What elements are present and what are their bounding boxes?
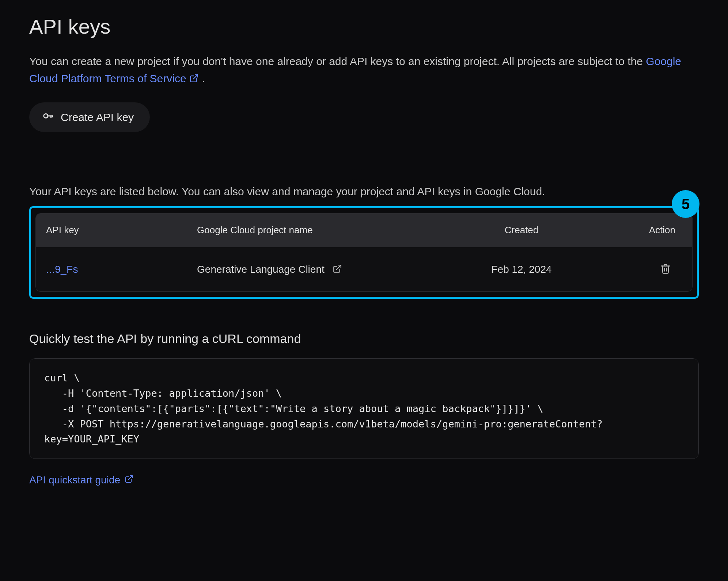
curl-test-heading: Quickly test the API by running a cURL c… — [29, 332, 699, 346]
external-link-icon — [125, 474, 133, 486]
delete-key-button[interactable] — [659, 262, 672, 277]
svg-line-5 — [337, 265, 341, 269]
curl-code-block[interactable]: curl \ -H 'Content-Type: application/jso… — [29, 358, 699, 459]
col-created: Created — [449, 214, 594, 247]
table-header-row: API key Google Cloud project name Create… — [36, 214, 692, 247]
key-icon — [42, 110, 54, 125]
col-project-name: Google Cloud project name — [187, 214, 449, 247]
api-keys-table: API key Google Cloud project name Create… — [35, 213, 693, 292]
intro-text-prefix: You can create a new project if you don'… — [29, 55, 646, 67]
create-api-key-label: Create API key — [61, 111, 134, 124]
page-title: API keys — [29, 15, 699, 38]
api-quickstart-text: API quickstart guide — [29, 474, 120, 486]
callout-step-badge: 5 — [672, 190, 699, 218]
trash-icon — [660, 270, 671, 275]
svg-line-6 — [128, 476, 132, 480]
create-api-key-button[interactable]: Create API key — [29, 102, 150, 132]
created-date: Feb 12, 2024 — [449, 247, 594, 291]
col-api-key: API key — [36, 214, 187, 247]
api-quickstart-link[interactable]: API quickstart guide — [29, 474, 133, 486]
external-link-icon — [333, 269, 342, 275]
intro-paragraph: You can create a new project if you don'… — [29, 53, 694, 87]
table-row: ...9_Fs Generative Language Client — [36, 247, 692, 291]
api-keys-table-highlight: API key Google Cloud project name Create… — [29, 206, 699, 299]
col-action: Action — [594, 214, 692, 247]
api-key-link[interactable]: ...9_Fs — [46, 264, 78, 275]
intro-text-suffix: . — [202, 72, 205, 84]
external-link-icon — [189, 73, 199, 83]
project-name-text: Generative Language Client — [197, 264, 325, 275]
api-keys-list-intro: Your API keys are listed below. You can … — [29, 183, 699, 200]
svg-point-1 — [44, 114, 48, 118]
svg-line-0 — [193, 75, 198, 79]
open-project-external-button[interactable] — [331, 263, 344, 276]
